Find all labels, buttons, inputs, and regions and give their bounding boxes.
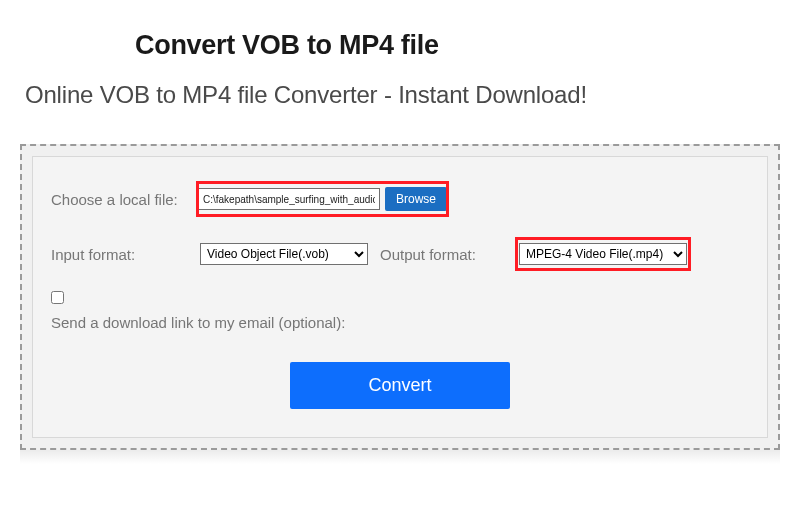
file-input-group: Browse [196, 181, 449, 217]
page-subtitle: Online VOB to MP4 file Converter - Insta… [25, 81, 780, 109]
email-label: Send a download link to my email (option… [51, 314, 345, 331]
page-title: Convert VOB to MP4 file [135, 30, 780, 61]
convert-button[interactable]: Convert [290, 362, 510, 409]
output-format-select[interactable]: MPEG-4 Video File(.mp4) [519, 243, 687, 265]
email-checkbox[interactable] [51, 291, 64, 304]
file-path-input[interactable] [198, 188, 380, 210]
output-format-label: Output format: [380, 246, 515, 263]
choose-file-label: Choose a local file: [51, 191, 196, 208]
converter-form: Choose a local file: Browse Input format… [20, 144, 780, 450]
shadow-divider [20, 450, 780, 464]
input-format-label: Input format: [51, 246, 196, 263]
input-format-select[interactable]: Video Object File(.vob) [200, 243, 368, 265]
browse-button[interactable]: Browse [385, 187, 447, 211]
